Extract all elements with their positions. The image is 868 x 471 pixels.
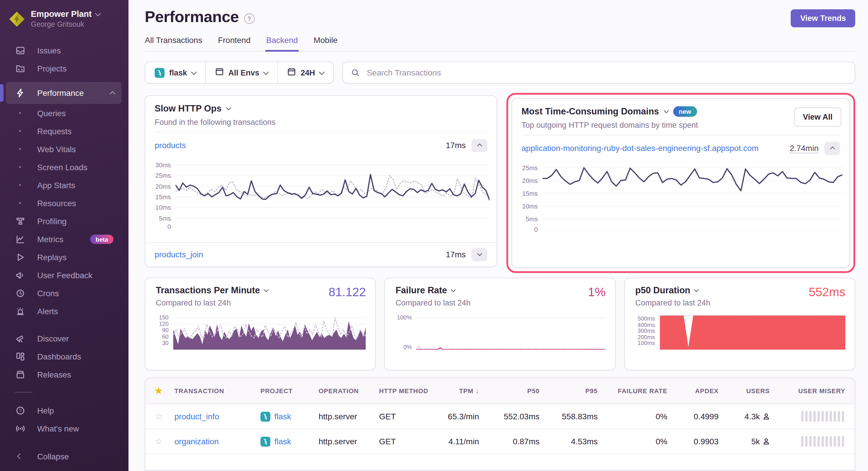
telescope-icon	[15, 333, 25, 343]
sidebar-collapse-button[interactable]: Collapse	[0, 447, 128, 465]
sidebar-item-whats-new[interactable]: What's new	[0, 419, 128, 437]
date-range-label: 24H	[301, 68, 315, 77]
sidebar-item-resources[interactable]: Resources	[0, 194, 128, 212]
transaction-link[interactable]: products	[155, 140, 186, 150]
sidebar-item-performance[interactable]: Performance	[6, 82, 122, 104]
col-operation[interactable]: OPERATION	[319, 388, 379, 394]
tab-frontend[interactable]: Frontend	[218, 35, 251, 51]
sidebar-item-projects[interactable]: Projects	[0, 59, 128, 77]
sidebar-item-label: Alerts	[37, 306, 58, 316]
tpm-chart: 150120906030	[152, 315, 366, 359]
sidebar-item-replays[interactable]: Replays	[0, 248, 128, 266]
sidebar-divider	[15, 392, 33, 393]
svg-text:?: ?	[19, 408, 22, 413]
clock-icon	[15, 288, 25, 298]
col-project[interactable]: PROJECT	[260, 388, 319, 394]
user-icon	[763, 438, 770, 445]
transaction-link[interactable]: organization	[175, 437, 260, 446]
sidebar-item-help[interactable]: ? Help	[0, 401, 128, 419]
sidebar-item-discover[interactable]: Discover	[0, 329, 128, 347]
star-outline-icon[interactable]: ☆	[155, 436, 175, 447]
col-http-method[interactable]: HTTP METHOD	[379, 388, 444, 394]
widget-title[interactable]: Most Time-Consuming Domains	[522, 106, 659, 117]
sidebar-item-screen-loads[interactable]: Screen Loads	[0, 158, 128, 176]
sidebar-item-profiling[interactable]: Profiling	[0, 212, 128, 230]
sidebar-item-releases[interactable]: Releases	[0, 365, 128, 383]
collapse-row-button[interactable]	[471, 138, 487, 152]
sidebar-item-metrics[interactable]: Metrics beta	[0, 230, 128, 248]
sidebar-item-alerts[interactable]: Alerts	[0, 302, 128, 320]
view-all-button[interactable]: View All	[794, 107, 841, 127]
col-p50[interactable]: P50	[479, 388, 539, 394]
col-apdex[interactable]: APDEX	[668, 388, 719, 394]
chevron-down-icon	[191, 69, 197, 75]
calendar-icon	[287, 67, 296, 78]
view-trends-button[interactable]: View Trends	[791, 9, 855, 27]
search-icon	[351, 68, 360, 77]
time-spent-value[interactable]: 2.74min	[789, 143, 818, 153]
chevron-down-icon	[264, 287, 269, 292]
sidebar-item-label: Dashboards	[37, 352, 81, 361]
sidebar-item-crons[interactable]: Crons	[0, 284, 128, 302]
environment-filter[interactable]: All Envs	[205, 62, 278, 83]
widget-title[interactable]: p50 Duration	[635, 285, 690, 296]
date-range-filter[interactable]: 24H	[277, 62, 333, 83]
user-icon	[763, 413, 770, 420]
collapse-row-button[interactable]	[825, 141, 840, 155]
bullet-icon	[15, 180, 25, 190]
project-cell[interactable]: flask	[260, 411, 319, 422]
tpm-panel: Transactions Per Minute 81.122 Compared …	[145, 278, 376, 371]
org-switcher[interactable]: Empower Plant George Gritsouk	[0, 0, 128, 34]
col-users[interactable]: USERS	[719, 388, 770, 394]
star-outline-icon[interactable]: ☆	[155, 411, 175, 422]
failure-rate-chart: 100%0%	[392, 315, 606, 359]
sidebar-item-label: Web Vitals	[37, 144, 76, 154]
project-cell[interactable]: flask	[260, 436, 319, 446]
sidebar-item-label: Resources	[37, 198, 76, 208]
sidebar-item-queries[interactable]: Queries	[0, 104, 128, 122]
tab-mobile[interactable]: Mobile	[314, 35, 338, 51]
user-misery-bars	[801, 411, 845, 422]
project-filter[interactable]: flask	[145, 62, 205, 83]
help-circle-icon[interactable]: ?	[244, 13, 255, 24]
http-method-cell: GET	[379, 437, 444, 446]
col-user-misery[interactable]: USER MISERY	[770, 388, 845, 394]
col-failure-rate[interactable]: FAILURE RATE	[598, 388, 668, 394]
transaction-link[interactable]: product_info	[175, 412, 260, 421]
sidebar-item-user-feedback[interactable]: User Feedback	[0, 266, 128, 284]
search-input[interactable]	[366, 67, 846, 78]
sidebar-item-issues[interactable]: Issues	[0, 41, 128, 59]
sidebar-item-web-vitals[interactable]: Web Vitals	[0, 140, 128, 158]
p50-chart: 500ms400ms300ms200ms100ms	[632, 315, 845, 359]
search-bar	[342, 62, 855, 83]
play-icon	[15, 252, 25, 262]
sidebar-item-label: App Starts	[37, 180, 75, 190]
tab-backend[interactable]: Backend	[266, 35, 298, 51]
slow-http-ops-chart: 30ms25ms20ms15ms10ms5ms0	[145, 158, 496, 242]
sidebar-item-app-starts[interactable]: App Starts	[0, 176, 128, 194]
col-p95[interactable]: P95	[539, 388, 598, 394]
users-cell: 5k	[719, 437, 770, 446]
sidebar-item-requests[interactable]: Requests	[0, 122, 128, 140]
domain-link[interactable]: application-monitoring-ruby-dot-sales-en…	[522, 143, 759, 153]
flask-project-icon	[260, 411, 270, 422]
sidebar-item-dashboards[interactable]: Dashboards	[0, 347, 128, 365]
star-icon[interactable]: ★	[155, 385, 175, 396]
slow-http-ops-panel: Slow HTTP Ops Found in the following tra…	[145, 95, 497, 267]
area-chart	[659, 315, 845, 349]
expand-row-button[interactable]	[471, 248, 487, 261]
chevron-down-icon	[319, 69, 325, 75]
sidebar-item-label: Releases	[37, 370, 71, 379]
widget-title[interactable]: Transactions Per Minute	[156, 285, 260, 296]
sidebar-item-label: Profiling	[37, 216, 67, 226]
col-tpm[interactable]: TPM ↓	[444, 388, 479, 394]
tab-all-transactions[interactable]: All Transactions	[145, 35, 202, 51]
megaphone-icon	[15, 270, 25, 280]
chevron-down-icon	[263, 69, 269, 75]
widget-title[interactable]: Slow HTTP Ops	[155, 103, 221, 114]
widget-title[interactable]: Failure Rate	[396, 285, 447, 296]
transaction-link[interactable]: products_join	[155, 250, 203, 259]
col-transaction[interactable]: TRANSACTION	[175, 388, 260, 394]
failure-rate-panel: Failure Rate 1% Compared to last 24h 100…	[384, 278, 616, 371]
users-cell: 4.3k	[719, 412, 770, 421]
